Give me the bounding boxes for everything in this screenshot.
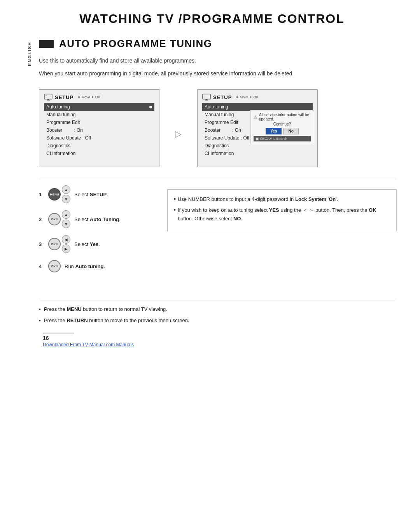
screenshots-row: ⊙ SETUP ❖ Move ✦ OK Auto tuning Manual t… (39, 89, 397, 167)
menu-item-diagnostics-left: Diagnostics (44, 142, 154, 150)
section-heading: AUTO PROGRAMME TUNING (59, 38, 212, 50)
right-button-3: ▶ (62, 244, 70, 253)
setup-nav-hint-right: ❖ Move ✦ OK (236, 95, 259, 99)
menu-item-auto-tuning-right: Auto tuning (202, 103, 313, 111)
section-black-bar (39, 40, 54, 48)
dialog-message: All service-information will be updated. (259, 113, 311, 121)
dialog-no-button[interactable]: No (283, 128, 298, 134)
step-4-desc: Run Auto tuning. (65, 263, 105, 269)
dialog-buttons: Yes No (254, 128, 311, 134)
step-4-number: 4 (39, 263, 44, 269)
dialog-yes-button[interactable]: Yes (266, 128, 282, 134)
menu-item-ci-information-left: CI Information (44, 150, 154, 157)
step-3-number: 3 (39, 241, 44, 247)
dialog-question: Continue? (254, 122, 311, 126)
steps-right-panel: • Use NUMBER buttons to input a 4-digit … (167, 189, 397, 231)
setup-nav-hint-left: ❖ Move ✦ OK (77, 95, 100, 99)
step-1-desc: Select SETUP. (74, 192, 108, 197)
page-link[interactable]: Downloaded From TV-Manual.com Manuals (43, 342, 134, 347)
bottom-note-2: • Press the RETURN button to move to the… (39, 317, 397, 325)
bottom-note-1-text: Press the MENU button to return to norma… (44, 305, 167, 313)
right-bullet-2: • If you wish to keep on auto tuning sel… (174, 206, 390, 223)
svg-text:⊙: ⊙ (46, 94, 47, 96)
menu-item-ci-information-right: CI Information (202, 150, 313, 157)
page-divider (43, 333, 74, 333)
step-3-row: 3 OK⊙ ◀ ▶ Select Yes. (39, 235, 156, 253)
warning-icon: ⚠ (254, 115, 257, 120)
warning-text: When you start auto programming in digit… (39, 70, 397, 78)
arrow-between-screens: ▷ (175, 129, 182, 139)
right-bullet-1-text: Use NUMBER buttons to input a 4-digit pa… (178, 195, 338, 204)
page-number-area: 16 Downloaded From TV-Manual.com Manuals (39, 333, 397, 347)
left-button-3: ◀ (62, 235, 70, 244)
sidebar-label: ENGLISH (27, 42, 32, 66)
right-bullet-2-text: If you wish to keep on auto tuning selec… (178, 206, 390, 223)
step-2-row: 2 OK⊙ ▲ ▼ Select Auto Tuning. (39, 210, 156, 228)
ok-button-4: OK⊙ (48, 260, 61, 272)
bottom-bullet-2: • (39, 317, 41, 325)
intro-text: Use this to automatically find and store… (39, 57, 397, 65)
bottom-note-1: • Press the MENU button to return to nor… (39, 305, 397, 314)
tv-screen-right: SETUP ❖ Move ✦ OK Auto tuning Manual tun… (197, 89, 318, 167)
step-1-buttons: MENU ▲ ▼ (48, 185, 70, 203)
down-button-1: ▼ (62, 195, 70, 203)
section-divider (39, 179, 397, 179)
tv-screen-left: ⊙ SETUP ❖ Move ✦ OK Auto tuning Manual t… (39, 89, 159, 167)
up-button-1: ▲ (62, 185, 70, 194)
menu-item-booster-left: Booster : On (44, 126, 154, 134)
menu-item-auto-tuning-left: Auto tuning (44, 103, 154, 111)
svg-rect-4 (203, 94, 210, 99)
step-1-row: 1 MENU ▲ ▼ Select SETUP. (39, 185, 156, 203)
step-4-buttons: OK⊙ (48, 260, 61, 272)
bottom-notes: • Press the MENU button to return to nor… (39, 299, 397, 325)
ok-button-3: OK⊙ (48, 238, 61, 250)
down-button-2: ▼ (62, 220, 70, 228)
right-bullet-1: • Use NUMBER buttons to input a 4-digit … (174, 195, 390, 204)
step-2-desc: Select Auto Tuning. (74, 216, 121, 222)
dialog-popup: ⚠ All service-information will be update… (250, 110, 314, 144)
step-3-buttons: OK⊙ ◀ ▶ (48, 235, 70, 253)
step-3-desc: Select Yes. (74, 241, 100, 247)
step-4-row: 4 OK⊙ Run Auto tuning. (39, 260, 156, 272)
bullet-icon-2: • (174, 206, 176, 214)
steps-row: 1 MENU ▲ ▼ Select SETUP. 2 (39, 185, 397, 279)
menu-item-software-update-left: Software Update : Off (44, 134, 154, 142)
step-2-buttons: OK⊙ ▲ ▼ (48, 210, 70, 228)
step-1-number: 1 (39, 192, 44, 197)
bullet-icon-1: • (174, 195, 176, 203)
menu-item-manual-tuning-left: Manual tuning (44, 111, 154, 119)
tv-icon-right (202, 94, 211, 101)
setup-title-right: SETUP (213, 94, 232, 100)
setup-title-left: SETUP (55, 94, 74, 100)
menu-button: MENU (48, 188, 61, 201)
secam-bar: ▣ SECAM L Search (254, 136, 311, 141)
bottom-note-2-text: Press the RETURN button to move to the p… (44, 317, 189, 324)
page-number: 16 (43, 335, 49, 341)
menu-item-programme-edit-left: Programme Edit (44, 119, 154, 126)
main-title: WATCHING TV /PROGRAMME CONTROL (27, 12, 397, 26)
steps-left: 1 MENU ▲ ▼ Select SETUP. 2 (39, 185, 156, 279)
dialog-title: ⚠ All service-information will be update… (254, 113, 311, 121)
up-button-2: ▲ (62, 210, 70, 219)
step-2-number: 2 (39, 216, 44, 222)
ok-button-2: OK⊙ (48, 213, 61, 225)
tv-icon-left: ⊙ (44, 94, 52, 101)
bottom-bullet-1: • (39, 305, 41, 314)
